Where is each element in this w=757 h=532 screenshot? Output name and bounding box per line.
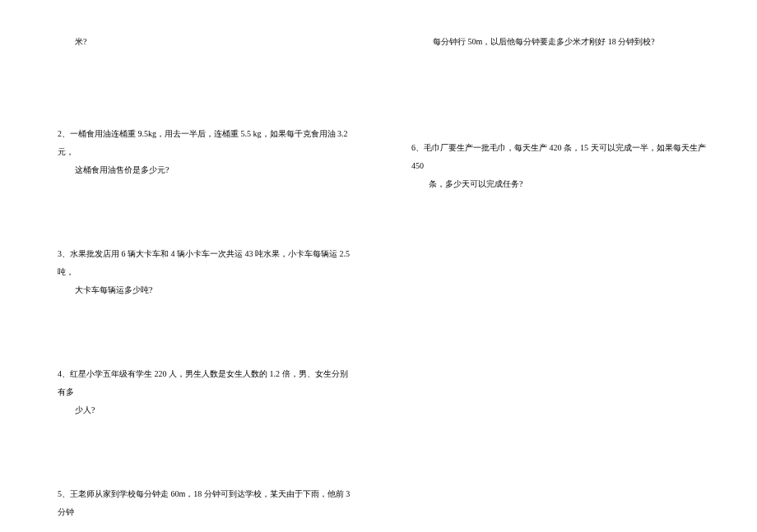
- question-5-line1: 王老师从家到学校每分钟走 60m，18 分钟可到达学校，某天由于下雨，他前 3 …: [58, 489, 350, 516]
- question-5-continuation: 每分钟行 50m，以后他每分钟要走多少米才刚好 18 分钟到校?: [433, 33, 708, 51]
- question-2-line1: 一桶食用油连桶重 9.5kg，用去一半后，连桶重 5.5 kg，如果每千克食用油…: [58, 129, 348, 156]
- question-6-label: 6、: [411, 143, 424, 152]
- question-1-text: 米?: [58, 33, 354, 51]
- left-column: 米? 2、一桶食用油连桶重 9.5kg，用去一半后，连桶重 5.5 kg，如果每…: [0, 0, 387, 532]
- question-1-fragment: 米?: [58, 33, 354, 51]
- question-4-line2: 少人?: [58, 401, 354, 419]
- question-2: 2、一桶食用油连桶重 9.5kg，用去一半后，连桶重 5.5 kg，如果每千克食…: [58, 125, 354, 179]
- question-3-label: 3、: [58, 249, 70, 258]
- question-4-line1: 红星小学五年级有学生 220 人，男生人数是女生人数的 1.2 倍，男、女生分别…: [58, 369, 348, 396]
- question-3-line1: 水果批发店用 6 辆大卡车和 4 辆小卡车一次共运 43 吨水果，小卡车每辆运 …: [58, 249, 350, 276]
- question-6-line1: 毛巾厂要生产一批毛巾，每天生产 420 条，15 天可以完成一半，如果每天生产 …: [411, 143, 706, 170]
- question-4-label: 4、: [58, 369, 70, 378]
- question-5: 5、王老师从家到学校每分钟走 60m，18 分钟可到达学校，某天由于下雨，他前 …: [58, 485, 354, 521]
- right-column: 每分钟行 50m，以后他每分钟要走多少米才刚好 18 分钟到校? 6、毛巾厂要生…: [387, 0, 757, 532]
- question-2-label: 2、: [58, 129, 70, 138]
- question-5-label: 5、: [58, 489, 70, 498]
- question-6-line2: 条，多少天可以完成任务?: [411, 175, 708, 193]
- page-container: 米? 2、一桶食用油连桶重 9.5kg，用去一半后，连桶重 5.5 kg，如果每…: [0, 0, 757, 532]
- question-5-cont-text: 每分钟行 50m，以后他每分钟要走多少米才刚好 18 分钟到校?: [433, 37, 655, 46]
- question-3-line2: 大卡车每辆运多少吨?: [58, 281, 354, 299]
- question-2-line2: 这桶食用油售价是多少元?: [58, 161, 354, 179]
- question-6: 6、毛巾厂要生产一批毛巾，每天生产 420 条，15 天可以完成一半，如果每天生…: [411, 139, 708, 193]
- question-4: 4、红星小学五年级有学生 220 人，男生人数是女生人数的 1.2 倍，男、女生…: [58, 365, 354, 419]
- question-3: 3、水果批发店用 6 辆大卡车和 4 辆小卡车一次共运 43 吨水果，小卡车每辆…: [58, 245, 354, 299]
